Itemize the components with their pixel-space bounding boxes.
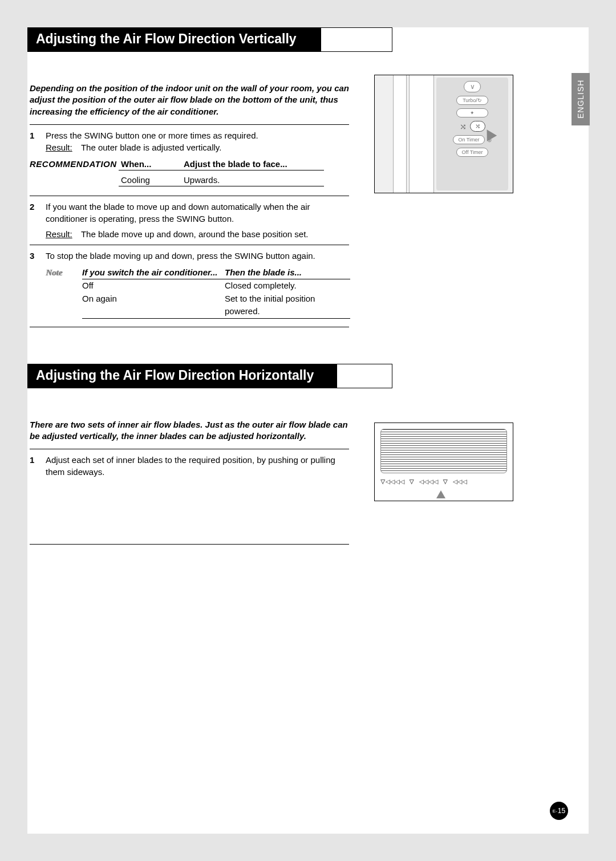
off-timer-button: Off Timer xyxy=(456,148,488,157)
rec-adjust-value: Upwards. xyxy=(184,174,349,186)
divider xyxy=(119,170,324,170)
note-value: Off xyxy=(82,279,225,293)
divider xyxy=(30,544,349,545)
recommendation-label: RECOMMENDATION xyxy=(30,158,121,170)
divider xyxy=(30,449,349,449)
vane-icon: ▽◁◁◁◁ ▽ ◁◁◁◁ ▽ ◁◁◁ xyxy=(380,477,467,486)
swing-button: ⤭ xyxy=(470,121,485,132)
step-1: 1 Press the SWING button one or more tim… xyxy=(30,129,349,153)
ac-grille-icon xyxy=(380,429,507,473)
page-number: 15 xyxy=(558,807,565,815)
step-number: 1 xyxy=(30,454,46,478)
step-1: 1 Adjust each set of inner blades to the… xyxy=(30,454,349,478)
note-label: Note xyxy=(46,266,82,279)
result-label: Result: xyxy=(46,141,79,153)
note-value: Set to the initial position powered. xyxy=(225,293,349,318)
step-number: 3 xyxy=(30,250,46,262)
step-text: Press the SWING button one or more times… xyxy=(46,129,349,141)
section-vertical: Adjusting the Air Flow Direction Vertica… xyxy=(27,27,392,52)
pointer-arrow-icon xyxy=(436,490,445,498)
result-text: The blade move up and down, around the b… xyxy=(81,229,309,239)
rec-col-adjust: Adjust the blade to face... xyxy=(184,158,349,170)
note-value: Closed completely. xyxy=(225,279,349,293)
recommendation-row: Cooling Upwards. xyxy=(30,174,349,186)
divider xyxy=(30,327,349,327)
down-icon: ∨ xyxy=(464,81,481,92)
ac-unit-diagram: ▽◁◁◁◁ ▽ ◁◁◁◁ ▽ ◁◁◁ xyxy=(374,423,513,501)
on-timer-button: On Timer xyxy=(453,135,485,144)
rec-when-value: Cooling xyxy=(121,174,184,186)
quiet-button: ✦ xyxy=(456,108,488,117)
note-col-then: Then the blade is... xyxy=(225,266,349,279)
note-col-if: If you switch the air conditioner... xyxy=(82,266,225,279)
swing-side-icon: ⤭ xyxy=(460,122,467,131)
divider xyxy=(30,196,349,196)
divider xyxy=(30,124,349,125)
step-2: 2 If you want the blade to move up and d… xyxy=(30,201,349,240)
divider xyxy=(30,245,349,245)
section-horizontal-title: Adjusting the Air Flow Direction Horizon… xyxy=(28,364,337,388)
step-text: Adjust each set of inner blades to the r… xyxy=(46,454,349,478)
note-value: On again xyxy=(82,293,225,318)
step-text: If you want the blade to move up and dow… xyxy=(46,201,349,225)
section1-intro: Depending on the position of the indoor … xyxy=(30,83,349,117)
recommendation-header: RECOMMENDATION When... Adjust the blade … xyxy=(30,158,349,170)
result-label: Result: xyxy=(46,228,79,240)
step-text: To stop the blade moving up and down, pr… xyxy=(46,250,349,262)
step-number: 1 xyxy=(30,129,46,153)
section-horizontal: Adjusting the Air Flow Direction Horizon… xyxy=(27,364,392,388)
step-number: 2 xyxy=(30,201,46,240)
language-tab: ENGLISH xyxy=(572,73,590,125)
page-number-badge: E-15 xyxy=(550,802,568,820)
section2-intro: There are two sets of inner air flow bla… xyxy=(30,419,349,442)
turbo-button: Turbo/↻ xyxy=(456,96,488,105)
result-text: The outer blade is adjusted vertically. xyxy=(81,143,222,152)
remote-diagram: ∨ Turbo/↻ ✦ ⤭ ⤭ On Timer ⊕ xyxy=(374,75,513,193)
rec-col-when: When... xyxy=(121,158,184,170)
ac-vanes: ▽◁◁◁◁ ▽ ◁◁◁◁ ▽ ◁◁◁ xyxy=(380,476,507,487)
section-vertical-title: Adjusting the Air Flow Direction Vertica… xyxy=(28,28,321,51)
step-3: 3 To stop the blade moving up and down, … xyxy=(30,250,349,262)
page-prefix: E- xyxy=(553,809,557,814)
note-block: Note If you switch the air conditioner..… xyxy=(46,266,349,319)
